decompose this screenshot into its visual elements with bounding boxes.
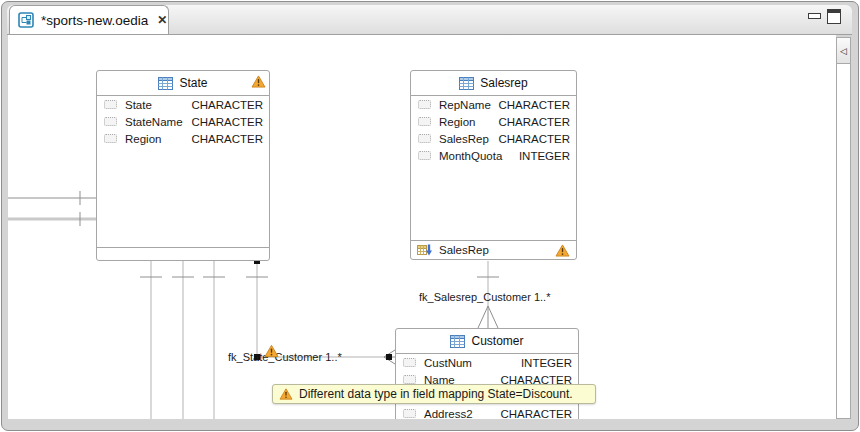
warning-icon[interactable] — [251, 75, 266, 88]
field-type: CHARACTER — [498, 133, 570, 145]
field-row[interactable]: Region CHARACTER — [411, 113, 576, 130]
tab-sports-new[interactable]: *sports-new.oedia ✕ — [9, 5, 169, 34]
fk-salesrep-customer-label[interactable]: fk_Salesrep_Customer 1..* — [419, 291, 550, 303]
field-name: Address2 — [424, 408, 473, 420]
field-type: CHARACTER — [191, 133, 263, 145]
field-name: CustNum — [424, 357, 472, 369]
minimize-view-button[interactable] — [808, 13, 821, 19]
field-row[interactable]: CustNum INTEGER — [396, 354, 578, 371]
warning-icon[interactable] — [555, 244, 570, 257]
field-icon — [418, 151, 431, 160]
field-type: CHARACTER — [191, 116, 263, 128]
palette-strip: ◁ — [836, 37, 851, 419]
entity-state[interactable]: State State CHARACTER StateN — [96, 70, 270, 261]
field-icon — [104, 117, 117, 126]
fk-state-customer-label[interactable]: fk_State_Customer 1..* — [228, 351, 342, 363]
entity-salesrep[interactable]: Salesrep RepName CHARACTER Region CHARAC… — [410, 70, 577, 260]
entity-salesrep-header[interactable]: Salesrep — [411, 71, 576, 96]
field-type: CHARACTER — [498, 99, 570, 111]
table-icon — [158, 77, 173, 90]
field-name: SalesRep — [439, 133, 489, 145]
table-icon — [459, 77, 474, 90]
chevron-left-icon: ◁ — [840, 46, 847, 56]
field-type: INTEGER — [519, 150, 570, 162]
field-icon — [418, 134, 431, 143]
entity-title: State — [179, 76, 207, 90]
table-icon — [450, 335, 465, 348]
tab-title: *sports-new.oedia — [41, 13, 148, 28]
field-name: Region — [125, 133, 161, 145]
entity-salesrep-index-row[interactable]: SalesRep — [411, 240, 576, 259]
entity-customer[interactable]: Customer CustNum INTEGER Name CHARACTER — [395, 328, 579, 419]
field-row[interactable]: MonthQuota INTEGER — [411, 147, 576, 164]
field-row[interactable]: StateName CHARACTER — [97, 113, 269, 130]
field-row[interactable]: SalesRep CHARACTER — [411, 130, 576, 147]
field-type: CHARACTER — [191, 99, 263, 111]
field-icon — [403, 409, 416, 418]
entity-state-header[interactable]: State — [97, 71, 269, 96]
field-icon — [104, 100, 117, 109]
field-icon — [104, 134, 117, 143]
diagram-canvas[interactable]: State State CHARACTER StateN — [8, 35, 836, 419]
tooltip-text: Different data type in field mapping Sta… — [299, 387, 573, 401]
field-name: State — [125, 99, 152, 111]
palette-expand-button[interactable]: ◁ — [837, 38, 850, 64]
field-row[interactable]: Address2 CHARACTER — [396, 405, 578, 419]
field-name: Region — [439, 116, 475, 128]
field-type: INTEGER — [521, 357, 572, 369]
field-type: CHARACTER — [498, 116, 570, 128]
field-icon — [418, 117, 431, 126]
index-label: SalesRep — [439, 244, 489, 256]
diagram-file-icon — [18, 12, 34, 28]
field-name: MonthQuota — [439, 150, 502, 162]
field-row[interactable]: Region CHARACTER — [97, 130, 269, 147]
entity-customer-header[interactable]: Customer — [396, 329, 578, 354]
field-name: StateName — [125, 116, 183, 128]
field-row[interactable]: State CHARACTER — [97, 96, 269, 113]
tab-close-icon[interactable]: ✕ — [157, 13, 167, 27]
maximize-view-button[interactable] — [827, 9, 841, 24]
entity-title: Salesrep — [480, 76, 527, 90]
entity-state-footer — [97, 247, 269, 260]
warning-icon — [279, 388, 293, 400]
field-row[interactable]: RepName CHARACTER — [411, 96, 576, 113]
index-icon — [417, 244, 433, 257]
editor-window: *sports-new.oedia ✕ — [0, 0, 860, 432]
tab-bar: *sports-new.oedia ✕ — [7, 5, 852, 35]
field-icon — [418, 100, 431, 109]
warning-icon[interactable] — [264, 344, 279, 358]
field-type: CHARACTER — [500, 408, 572, 420]
field-icon — [403, 358, 416, 367]
entity-title: Customer — [471, 334, 523, 348]
field-icon — [403, 375, 416, 384]
warning-tooltip: Different data type in field mapping Sta… — [272, 384, 596, 404]
field-name: RepName — [439, 99, 491, 111]
